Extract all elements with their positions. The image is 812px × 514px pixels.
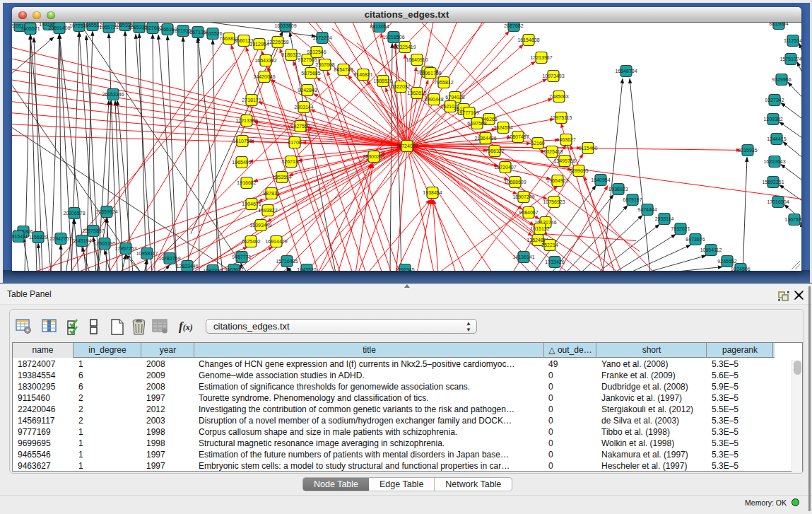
svg-text:1117534: 1117534 xyxy=(784,38,801,43)
svg-text:17359924: 17359924 xyxy=(95,209,117,214)
svg-text:10756923: 10756923 xyxy=(543,199,565,204)
svg-text:8454749: 8454749 xyxy=(334,67,353,72)
svg-text:19218506: 19218506 xyxy=(382,35,404,40)
svg-text:14136141: 14136141 xyxy=(512,255,534,259)
svg-text:21364436: 21364436 xyxy=(474,136,496,141)
svg-text:16543362: 16543362 xyxy=(254,58,276,63)
svg-text:19654923: 19654923 xyxy=(546,178,568,183)
svg-text:9777169: 9777169 xyxy=(459,110,478,115)
svg-text:15716485: 15716485 xyxy=(276,259,298,264)
svg-text:24420046: 24420046 xyxy=(253,74,275,79)
svg-text:2087682: 2087682 xyxy=(504,23,523,28)
svg-text:8473676: 8473676 xyxy=(686,237,705,242)
svg-text:18907249: 18907249 xyxy=(512,194,534,199)
svg-text:1938454: 1938454 xyxy=(423,190,442,195)
svg-text:1493822: 1493822 xyxy=(258,208,277,213)
svg-text:16093449: 16093449 xyxy=(249,223,271,228)
svg-text:2367608: 2367608 xyxy=(315,62,334,67)
svg-text:12226058: 12226058 xyxy=(266,40,288,45)
svg-text:3267130: 3267130 xyxy=(281,159,300,164)
svg-text:7955812: 7955812 xyxy=(434,80,453,85)
svg-text:1588520: 1588520 xyxy=(373,78,392,83)
svg-text:2718179: 2718179 xyxy=(242,98,261,103)
svg-text:9312546: 9312546 xyxy=(307,49,326,54)
svg-text:1610755: 1610755 xyxy=(233,139,252,144)
svg-text:9224506: 9224506 xyxy=(731,267,750,271)
svg-text:20206578: 20206578 xyxy=(63,211,85,216)
svg-text:7515526: 7515526 xyxy=(203,31,222,36)
svg-text:16914479: 16914479 xyxy=(265,239,287,244)
svg-text:16648784: 16648784 xyxy=(615,69,637,74)
svg-text:13495758: 13495758 xyxy=(553,158,575,163)
svg-text:9463627: 9463627 xyxy=(556,137,575,142)
svg-text:2803144: 2803144 xyxy=(294,105,313,110)
svg-text:9463627: 9463627 xyxy=(224,267,243,271)
svg-text:252214: 252214 xyxy=(541,243,558,247)
svg-text:3572274: 3572274 xyxy=(312,35,331,40)
svg-text:16154838: 16154838 xyxy=(517,37,539,42)
svg-text:15692351: 15692351 xyxy=(762,180,784,185)
svg-text:1292345: 1292345 xyxy=(395,267,414,271)
svg-text:1362615: 1362615 xyxy=(407,90,426,95)
svg-text:887831: 887831 xyxy=(263,191,279,196)
svg-text:16782759: 16782759 xyxy=(158,256,180,261)
svg-text:22942757: 22942757 xyxy=(49,236,71,241)
svg-text:22975887: 22975887 xyxy=(82,228,104,233)
svg-text:1615132: 1615132 xyxy=(530,226,549,231)
svg-text:9457771: 9457771 xyxy=(232,255,251,259)
svg-text:12975115: 12975115 xyxy=(551,115,572,120)
svg-text:9245652: 9245652 xyxy=(717,259,736,264)
svg-text:1092344: 1092344 xyxy=(203,268,222,271)
svg-text:8813054: 8813054 xyxy=(769,23,788,26)
svg-text:1043520: 1043520 xyxy=(297,267,316,271)
svg-text:12325419: 12325419 xyxy=(394,45,416,49)
svg-text:8899695: 8899695 xyxy=(569,168,588,173)
svg-text:7625402: 7625402 xyxy=(241,239,260,244)
svg-text:16640910: 16640910 xyxy=(406,57,428,62)
svg-text:17016504: 17016504 xyxy=(767,199,789,204)
svg-text:3915411: 3915411 xyxy=(12,234,28,239)
svg-text:1209382: 1209382 xyxy=(763,117,782,122)
svg-text:1640954: 1640954 xyxy=(591,177,610,182)
svg-text:8938923: 8938923 xyxy=(608,187,628,192)
svg-text:1733426: 1733426 xyxy=(545,259,564,264)
svg-text:12505195: 12505195 xyxy=(93,241,115,246)
svg-text:1156829: 1156829 xyxy=(29,235,48,240)
svg-text:10958117: 10958117 xyxy=(136,251,158,256)
svg-text:9084067: 9084067 xyxy=(519,210,538,215)
svg-text:8813054: 8813054 xyxy=(370,24,389,29)
svg-text:1965493: 1965493 xyxy=(232,160,251,165)
svg-text:1904676: 1904676 xyxy=(242,201,261,206)
svg-text:6497568: 6497568 xyxy=(467,121,486,126)
svg-text:41700: 41700 xyxy=(288,140,302,145)
svg-text:6879197: 6879197 xyxy=(623,197,642,202)
svg-text:2933114: 2933114 xyxy=(655,216,674,221)
svg-text:1916682: 1916682 xyxy=(237,180,256,185)
svg-text:7986322: 7986322 xyxy=(485,148,504,153)
svg-text:1405571: 1405571 xyxy=(20,26,40,31)
svg-text:10973493: 10973493 xyxy=(542,74,564,78)
svg-text:1145194: 1145194 xyxy=(73,238,92,243)
svg-text:6322037: 6322037 xyxy=(391,84,410,89)
svg-text:8186323: 8186323 xyxy=(281,52,300,57)
svg-text:25300235: 25300235 xyxy=(363,154,384,159)
svg-text:12213967: 12213967 xyxy=(530,55,552,60)
svg-text:9427552: 9427552 xyxy=(290,124,310,129)
svg-text:9115460: 9115460 xyxy=(579,146,598,151)
svg-text:9474444: 9474444 xyxy=(637,207,657,212)
svg-text:7485063: 7485063 xyxy=(549,94,568,99)
svg-text:9227342: 9227342 xyxy=(765,98,784,103)
svg-text:1244415: 1244415 xyxy=(767,136,786,141)
svg-text:16033809: 16033809 xyxy=(274,23,296,28)
svg-text:5875685: 5875685 xyxy=(301,71,320,76)
svg-text:17957253: 17957253 xyxy=(114,246,136,251)
svg-text:16961758: 16961758 xyxy=(419,71,441,76)
svg-text:10654112: 10654112 xyxy=(700,247,722,252)
svg-text:10688609: 10688609 xyxy=(504,180,526,185)
svg-text:15751074: 15751074 xyxy=(779,57,801,62)
svg-text:7632621: 7632621 xyxy=(671,226,690,231)
svg-text:12213363: 12213363 xyxy=(235,118,257,123)
svg-text:6794028: 6794028 xyxy=(445,95,464,100)
svg-text:62160: 62160 xyxy=(531,141,545,146)
svg-text:15720407: 15720407 xyxy=(494,165,516,170)
